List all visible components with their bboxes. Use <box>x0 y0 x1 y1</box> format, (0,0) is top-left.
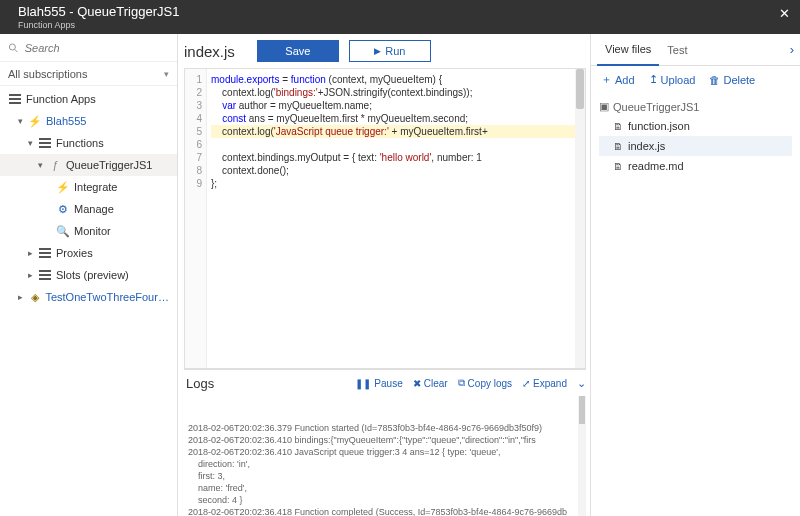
delete-file-button[interactable]: 🗑Delete <box>709 72 755 87</box>
logs-panel: Logs ❚❚Pause ✖Clear ⧉Copy logs ⤢Expand ⌄… <box>184 369 586 516</box>
list-icon <box>39 270 51 280</box>
log-line: second: 4 } <box>188 494 586 506</box>
play-icon: ▶ <box>374 46 381 56</box>
function-app-icon: ◈ <box>28 291 42 304</box>
nav-function-apps[interactable]: Function Apps <box>0 88 177 110</box>
nav-tree: Function Apps ▾ ⚡ Blah555 ▾ Functions ▾ … <box>0 86 177 308</box>
editor-filename: index.js <box>184 43 235 60</box>
right-tabs: View files Test › <box>591 34 800 66</box>
code-editor[interactable]: 123456789 module.exports = function (con… <box>184 68 586 369</box>
nav-integrate[interactable]: ⚡ Integrate <box>0 176 177 198</box>
search-box[interactable] <box>0 34 177 62</box>
code-line[interactable]: context.log('bindings:'+JSON.stringify(c… <box>211 86 585 99</box>
file-icon: 🗎 <box>613 161 623 172</box>
code-line[interactable]: context.log('JavaScript queue trigger:' … <box>211 125 585 138</box>
tab-test[interactable]: Test <box>659 34 695 66</box>
log-line: 2018-02-06T20:02:36.418 Function complet… <box>188 506 586 516</box>
upload-icon: ↥ <box>649 73 658 86</box>
logs-expand-button[interactable]: ⤢Expand <box>522 378 567 389</box>
logs-output[interactable]: 2018-02-06T20:02:36.379 Function started… <box>184 396 586 516</box>
add-file-button[interactable]: ＋Add <box>601 72 635 87</box>
right-panel: View files Test › ＋Add ↥Upload 🗑Delete ▣… <box>590 34 800 516</box>
integrate-icon: ⚡ <box>56 181 70 194</box>
code-line[interactable] <box>211 138 585 151</box>
editor-toolbar: index.js Save ▶Run <box>178 34 590 62</box>
svg-point-0 <box>9 43 15 49</box>
editor-scrollbar[interactable] <box>575 69 585 368</box>
list-icon <box>39 138 51 148</box>
panel-expand-icon[interactable]: › <box>790 42 794 57</box>
close-icon[interactable]: ✕ <box>779 6 790 21</box>
page-subtitle: Function Apps <box>18 20 179 30</box>
nav-functions[interactable]: ▾ Functions <box>0 132 177 154</box>
caret-right-icon: ▸ <box>18 292 28 302</box>
log-line: direction: 'in', <box>188 458 586 470</box>
clear-icon: ✖ <box>413 378 421 389</box>
logs-pause-button[interactable]: ❚❚Pause <box>355 378 402 389</box>
log-line: 2018-02-06T20:02:36.410 bindings:{"myQue… <box>188 434 586 446</box>
file-name: function.json <box>628 120 690 132</box>
code-line[interactable]: }; <box>211 177 585 190</box>
nav-app-testone[interactable]: ▸ ◈ TestOneTwoThreeFour111 <box>0 286 177 308</box>
code-line[interactable]: const ans = myQueueItem.first * myQueueI… <box>211 112 585 125</box>
scrollbar-thumb[interactable] <box>579 396 585 424</box>
search-icon <box>8 42 19 54</box>
nav-manage[interactable]: ⚙ Manage <box>0 198 177 220</box>
logs-title: Logs <box>184 376 345 391</box>
sidebar: All subscriptions ▾ Function Apps ▾ ⚡ Bl… <box>0 34 178 516</box>
nav-function-queuetrigger[interactable]: ▾ ƒ QueueTriggerJS1 <box>0 154 177 176</box>
file-item[interactable]: 🗎readme.md <box>599 156 792 176</box>
caret-right-icon: ▸ <box>28 248 38 258</box>
nav-proxies[interactable]: ▸ Proxies <box>0 242 177 264</box>
expand-icon: ⤢ <box>522 378 530 389</box>
list-icon <box>9 94 21 104</box>
log-line: first: 3, <box>188 470 586 482</box>
code-area[interactable]: module.exports = function (context, myQu… <box>207 69 585 368</box>
logs-scrollbar[interactable] <box>578 396 586 516</box>
list-icon <box>39 248 51 258</box>
save-button[interactable]: Save <box>257 40 339 62</box>
function-app-icon: ⚡ <box>28 115 42 128</box>
log-line: 2018-02-06T20:02:36.379 Function started… <box>188 422 586 434</box>
scrollbar-thumb[interactable] <box>576 69 584 109</box>
file-tree-root[interactable]: ▣ QueueTriggerJS1 <box>599 97 792 116</box>
pause-icon: ❚❚ <box>355 378 371 389</box>
gear-icon: ⚙ <box>56 203 70 216</box>
file-icon: 🗎 <box>613 141 623 152</box>
log-line: name: 'fred', <box>188 482 586 494</box>
subscriptions-dropdown[interactable]: All subscriptions ▾ <box>0 62 177 86</box>
main-panel: index.js Save ▶Run 123456789 module.expo… <box>178 34 590 516</box>
caret-down-icon: ▾ <box>28 138 38 148</box>
app-header: Blah555 - QueueTriggerJS1 Function Apps … <box>0 0 800 34</box>
plus-icon: ＋ <box>601 72 612 87</box>
file-name: index.js <box>628 140 665 152</box>
svg-line-1 <box>15 49 18 52</box>
file-tree: ▣ QueueTriggerJS1 🗎function.json🗎index.j… <box>591 93 800 180</box>
trash-icon: 🗑 <box>709 74 720 86</box>
nav-slots[interactable]: ▸ Slots (preview) <box>0 264 177 286</box>
nav-app-blah555[interactable]: ▾ ⚡ Blah555 <box>0 110 177 132</box>
monitor-icon: 🔍 <box>56 225 70 238</box>
code-line[interactable]: var author = myQueueItem.name; <box>211 99 585 112</box>
nav-monitor[interactable]: 🔍 Monitor <box>0 220 177 242</box>
file-item[interactable]: 🗎function.json <box>599 116 792 136</box>
file-item[interactable]: 🗎index.js <box>599 136 792 156</box>
search-input[interactable] <box>25 42 169 54</box>
log-line: 2018-02-06T20:02:36.410 JavaScript queue… <box>188 446 586 458</box>
run-button[interactable]: ▶Run <box>349 40 431 62</box>
file-actions: ＋Add ↥Upload 🗑Delete <box>591 66 800 93</box>
code-line[interactable]: module.exports = function (context, myQu… <box>211 73 585 86</box>
logs-clear-button[interactable]: ✖Clear <box>413 378 448 389</box>
code-line[interactable]: context.done(); <box>211 164 585 177</box>
logs-collapse-icon[interactable]: ⌄ <box>577 377 586 390</box>
chevron-down-icon: ▾ <box>164 69 169 79</box>
copy-icon: ⧉ <box>458 377 465 389</box>
tab-view-files[interactable]: View files <box>597 34 659 66</box>
function-icon: ƒ <box>48 159 62 171</box>
logs-copy-button[interactable]: ⧉Copy logs <box>458 377 512 389</box>
caret-down-icon: ▾ <box>38 160 48 170</box>
line-gutter: 123456789 <box>185 69 207 368</box>
code-line[interactable]: context.bindings.myOutput = { text: 'hel… <box>211 151 585 164</box>
caret-down-icon: ▾ <box>18 116 28 126</box>
upload-file-button[interactable]: ↥Upload <box>649 72 696 87</box>
